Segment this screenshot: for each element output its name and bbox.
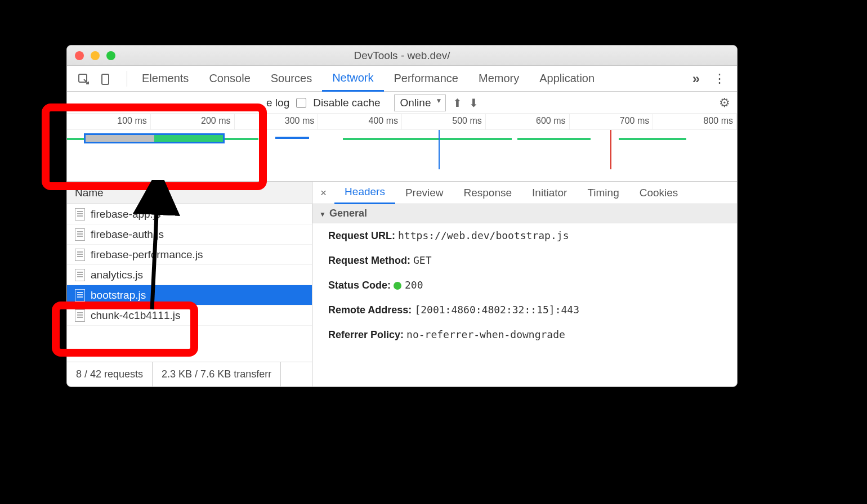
separator	[127, 71, 127, 87]
request-name: bootstrap.js	[91, 289, 146, 302]
network-toolbar: e log Disable cache Online ⬆ ⬇ ⚙	[67, 92, 737, 114]
request-name: firebase-auth.js	[91, 228, 164, 241]
detail-tab-cookies[interactable]: Cookies	[629, 182, 689, 204]
status-dot-icon	[394, 282, 401, 290]
request-detail-pane: × Headers Preview Response Initiator Tim…	[312, 182, 737, 386]
request-row[interactable]: chunk-4c1b4111.js	[67, 305, 312, 326]
disable-cache-label: Disable cache	[313, 97, 380, 109]
document-icon	[75, 249, 85, 261]
throttling-select[interactable]: Online	[394, 94, 446, 111]
request-row[interactable]: analytics.js	[67, 265, 312, 285]
request-url-row: Request URL: https://web.dev/bootstrap.j…	[312, 223, 737, 248]
document-icon	[75, 309, 85, 322]
detail-tab-response[interactable]: Response	[454, 182, 522, 204]
disable-cache-checkbox[interactable]	[296, 98, 306, 108]
tab-performance[interactable]: Performance	[384, 66, 469, 91]
general-section-header[interactable]: ▼General	[312, 204, 737, 223]
detail-tab-headers[interactable]: Headers	[334, 181, 395, 204]
request-row-selected[interactable]: bootstrap.js	[67, 285, 312, 305]
tab-sources[interactable]: Sources	[261, 66, 322, 91]
tab-memory[interactable]: Memory	[468, 66, 529, 91]
traffic-lights	[67, 51, 115, 60]
tick: 800 ms	[653, 114, 737, 129]
download-har-icon[interactable]: ⬇	[469, 96, 479, 110]
request-row[interactable]: firebase-app.js	[67, 204, 312, 224]
devtools-window: DevTools - web.dev/ Elements Console Sou…	[66, 45, 738, 387]
tick: 600 ms	[486, 114, 570, 129]
name-column-header[interactable]: Name	[67, 182, 312, 204]
tick: 300 ms	[235, 114, 319, 129]
disclosure-triangle-icon: ▼	[319, 210, 326, 218]
status-transfer: 2.3 KB / 7.6 KB transferr	[153, 362, 281, 386]
document-icon	[75, 269, 85, 281]
tick: 400 ms	[318, 114, 402, 129]
tick: 700 ms	[570, 114, 654, 129]
tabs-overflow-button[interactable]: »	[685, 71, 708, 87]
timeline-overview[interactable]: 100 ms 200 ms 300 ms 400 ms 500 ms 600 m…	[67, 114, 737, 182]
request-name: firebase-performance.js	[91, 249, 203, 261]
zoom-window-button[interactable]	[106, 51, 115, 60]
request-list-pane: Name firebase-app.js firebase-auth.js fi…	[67, 182, 312, 386]
titlebar: DevTools - web.dev/	[67, 46, 737, 66]
tick: 200 ms	[151, 114, 235, 129]
request-row[interactable]: firebase-auth.js	[67, 224, 312, 245]
request-list: firebase-app.js firebase-auth.js firebas…	[67, 204, 312, 362]
request-name: firebase-app.js	[91, 208, 161, 220]
devtools-tabs: Elements Console Sources Network Perform…	[67, 66, 737, 92]
status-requests: 8 / 42 requests	[67, 362, 153, 386]
preserve-log-label-fragment: e log	[266, 97, 289, 109]
inspect-element-icon[interactable]	[77, 73, 90, 85]
detail-tabs: × Headers Preview Response Initiator Tim…	[312, 182, 737, 204]
upload-har-icon[interactable]: ⬆	[453, 96, 462, 110]
detail-tab-preview[interactable]: Preview	[395, 182, 454, 204]
request-name: chunk-4c1b4111.js	[91, 309, 181, 322]
request-row[interactable]: firebase-performance.js	[67, 245, 312, 265]
tick: 500 ms	[402, 114, 486, 129]
close-detail-button[interactable]: ×	[312, 187, 334, 199]
document-icon	[75, 228, 85, 241]
document-icon	[75, 289, 85, 302]
minimize-window-button[interactable]	[91, 51, 100, 60]
status-code-row: Status Code: 200	[312, 273, 737, 298]
status-bar: 8 / 42 requests 2.3 KB / 7.6 KB transfer…	[67, 362, 312, 386]
remote-address-row: Remote Address: [2001:4860:4802:32::15]:…	[312, 298, 737, 322]
svg-rect-1	[102, 74, 109, 84]
detail-tab-timing[interactable]: Timing	[577, 182, 629, 204]
referrer-policy-row: Referrer Policy: no-referrer-when-downgr…	[312, 322, 737, 347]
close-window-button[interactable]	[75, 51, 84, 60]
network-split-view: Name firebase-app.js firebase-auth.js fi…	[67, 182, 737, 386]
window-title: DevTools - web.dev/	[67, 50, 737, 62]
more-options-button[interactable]: ⋮	[708, 71, 731, 86]
tab-elements[interactable]: Elements	[132, 66, 199, 91]
tab-console[interactable]: Console	[199, 66, 260, 91]
request-name: analytics.js	[91, 269, 143, 281]
network-settings-icon[interactable]: ⚙	[719, 96, 730, 110]
tab-network[interactable]: Network	[322, 66, 383, 92]
timeline-lanes	[67, 130, 737, 169]
document-icon	[75, 208, 85, 220]
device-toolbar-icon[interactable]	[100, 73, 112, 85]
timeline-ticks: 100 ms 200 ms 300 ms 400 ms 500 ms 600 m…	[67, 114, 737, 130]
detail-tab-initiator[interactable]: Initiator	[522, 182, 577, 204]
request-method-row: Request Method: GET	[312, 248, 737, 273]
tab-application[interactable]: Application	[529, 66, 605, 91]
tick: 100 ms	[67, 114, 151, 129]
